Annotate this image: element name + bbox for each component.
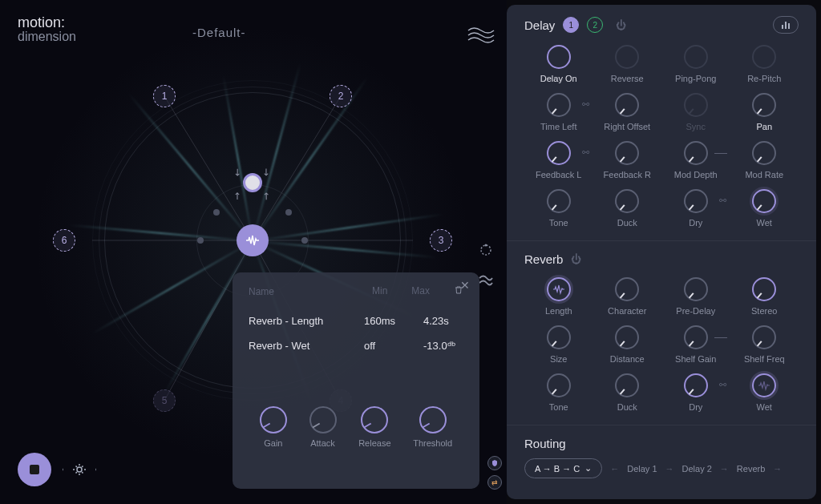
link-icon[interactable]: ⚯: [719, 196, 726, 206]
param-max[interactable]: 4.23s: [423, 315, 463, 327]
gain-knob[interactable]: Gain: [260, 406, 287, 448]
chain-delay1: Delay 1: [627, 464, 657, 474]
sync-knob[interactable]: [684, 93, 708, 117]
param-min[interactable]: 160ms: [364, 315, 404, 327]
chevron-down-icon: ⌄: [584, 463, 592, 474]
routing-section: Routing A → B → C ⌄ ← Delay 1 → Delay 2 …: [524, 437, 799, 478]
preset-selector[interactable]: -Default-: [192, 26, 246, 39]
popup-row[interactable]: Reverb - Wet off -13.0ᵈᵇ: [249, 333, 463, 358]
arrow-icon: →: [773, 464, 782, 474]
delay-wet-knob[interactable]: [752, 189, 776, 213]
reverb-knob-grid: Length Character Pre-Delay Stereo Size D…: [524, 277, 799, 412]
delay-tab-2[interactable]: 2: [587, 17, 603, 33]
param-name: Reverb - Length: [249, 315, 323, 327]
center-node[interactable]: [237, 224, 269, 256]
close-icon[interactable]: ✕: [460, 279, 470, 292]
delay-section-header: Delay 1 2 ⏻: [524, 16, 799, 34]
power-icon[interactable]: ⏻: [616, 19, 626, 31]
param-name: Reverb - Wet: [249, 340, 309, 352]
delay-duck-knob[interactable]: [615, 189, 639, 213]
time-left-knob[interactable]: [547, 93, 571, 117]
popup-row[interactable]: Reverb - Length 160ms 4.23s: [249, 308, 463, 333]
svg-point-10: [481, 245, 491, 255]
shield-icon[interactable]: [487, 456, 502, 470]
pan-knob[interactable]: [752, 93, 776, 117]
main-visualizer: motion: dimension -Default-: [0, 0, 507, 504]
reverse-toggle[interactable]: [615, 45, 639, 69]
reverb-section-header: Reverb ⏻: [524, 252, 799, 266]
reverb-length-knob[interactable]: [547, 277, 571, 301]
popup-col-min: Min: [372, 285, 387, 297]
threshold-knob[interactable]: Threshold: [413, 406, 452, 448]
link-icon[interactable]: ⚯: [582, 99, 589, 110]
arrow-icon: ←: [610, 464, 619, 474]
orbit-node-3[interactable]: 3: [430, 229, 452, 252]
popup-col-name: Name: [249, 286, 274, 297]
release-knob[interactable]: Release: [358, 406, 390, 448]
feedback-l-knob[interactable]: [547, 141, 571, 165]
logo-top: motion:: [18, 14, 65, 30]
right-offset-knob[interactable]: [615, 93, 639, 117]
orbit-node-1[interactable]: 1: [153, 85, 176, 107]
orbit-node-6[interactable]: 6: [53, 229, 75, 252]
shelf-gain-knob[interactable]: [684, 325, 708, 349]
link-line: [714, 153, 727, 154]
chain-delay2: Delay 2: [682, 464, 712, 474]
orbit-node-2[interactable]: 2: [330, 85, 352, 107]
size-knob[interactable]: [547, 325, 571, 349]
meter-icon[interactable]: [773, 16, 799, 34]
wave-icon[interactable]: [467, 21, 495, 50]
chain-reverb: Reverb: [737, 464, 765, 474]
feedback-r-knob[interactable]: [615, 141, 639, 165]
delay-tone-knob[interactable]: [547, 189, 571, 213]
stop-button[interactable]: [18, 453, 51, 486]
divider: [507, 425, 816, 425]
mod-depth-knob[interactable]: [684, 141, 708, 165]
link-icon[interactable]: ⚯: [719, 380, 726, 390]
popup-col-max: Max: [411, 285, 430, 297]
link-line: [714, 337, 727, 338]
link-icon[interactable]: ⚯: [582, 147, 589, 158]
orbit-mode-icon[interactable]: [476, 240, 495, 260]
param-max[interactable]: -13.0ᵈᵇ: [423, 340, 463, 352]
divider: [507, 240, 816, 241]
power-icon[interactable]: ⏻: [571, 253, 581, 265]
shelf-freq-knob[interactable]: [752, 325, 776, 349]
arrow-icon: →: [720, 464, 729, 474]
settings-button[interactable]: [63, 453, 96, 486]
right-panel: Delay 1 2 ⏻ Delay On Reverse Ping-Pong R…: [507, 5, 816, 499]
swap-icon[interactable]: ⇄: [487, 475, 502, 490]
pingpong-toggle[interactable]: [684, 45, 708, 69]
orbit-node-5[interactable]: 5: [153, 389, 176, 412]
svg-point-12: [77, 467, 82, 472]
playhead-target[interactable]: [243, 173, 262, 192]
mod-rate-knob[interactable]: [752, 141, 776, 165]
logo-bottom: dimension: [18, 30, 76, 44]
character-knob[interactable]: [615, 277, 639, 301]
delay-on-toggle[interactable]: [547, 45, 571, 69]
svg-rect-13: [782, 25, 783, 29]
stereo-knob[interactable]: [752, 277, 776, 301]
predelay-knob[interactable]: [684, 277, 708, 301]
reverb-dry-knob[interactable]: [684, 373, 708, 397]
app-logo: motion: dimension: [18, 14, 76, 44]
reverb-wet-knob[interactable]: [752, 373, 776, 397]
repitch-toggle[interactable]: [752, 45, 776, 69]
delay-dry-knob[interactable]: [684, 189, 708, 213]
attack-knob[interactable]: Attack: [309, 406, 337, 448]
routing-select[interactable]: A → B → C ⌄: [524, 458, 602, 478]
delay-knob-grid: Delay On Reverse Ping-Pong Re-Pitch Time…: [524, 45, 799, 228]
svg-rect-14: [785, 22, 787, 29]
reverb-tone-knob[interactable]: [547, 373, 571, 397]
delay-tab-1[interactable]: 1: [563, 17, 579, 33]
svg-rect-15: [788, 23, 790, 29]
svg-point-11: [485, 244, 487, 247]
distance-knob[interactable]: [615, 325, 639, 349]
parameter-popup: Name Min Max ✕ Reverb - Length 160ms 4.2…: [233, 272, 479, 489]
arrow-icon: →: [665, 464, 674, 474]
reverb-duck-knob[interactable]: [615, 373, 639, 397]
param-min[interactable]: off: [364, 340, 404, 352]
